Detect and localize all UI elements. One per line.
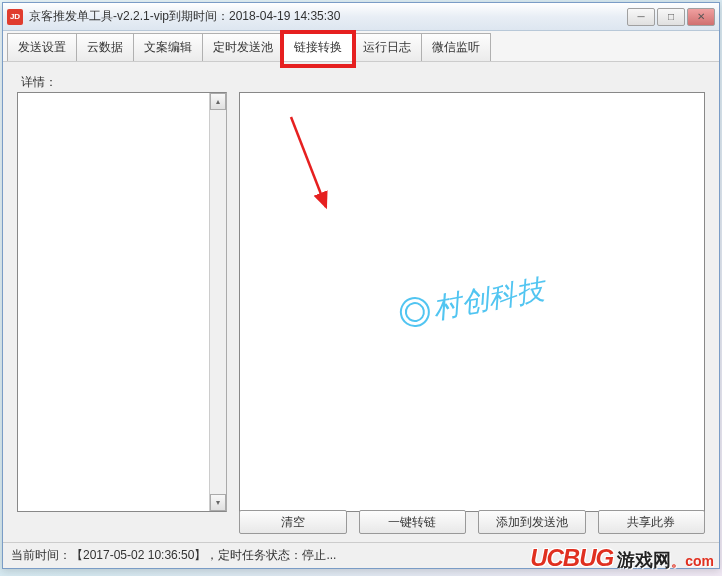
tab-link-convert-label: 链接转换	[294, 40, 342, 54]
convert-button[interactable]: 一键转链	[359, 510, 467, 534]
tab-schedule-pool[interactable]: 定时发送池	[202, 33, 284, 61]
main-text-panel[interactable]: 村创科技	[239, 92, 705, 512]
watermark-spiral-icon	[398, 295, 433, 330]
watermark-text: 村创科技	[430, 271, 547, 328]
site-cn-text: 游戏网	[617, 548, 671, 572]
window-title: 京客推发单工具-v2.2.1-vip到期时间：2018-04-19 14:35:…	[29, 8, 627, 25]
scrollbar[interactable]: ▴ ▾	[209, 93, 226, 511]
watermark: 村创科技	[397, 271, 547, 334]
scroll-up-icon[interactable]: ▴	[210, 93, 226, 110]
tab-send-settings[interactable]: 发送设置	[7, 33, 77, 61]
window-controls: ─ □ ✕	[627, 8, 715, 26]
app-icon: JD	[7, 9, 23, 25]
tab-link-convert[interactable]: 链接转换	[283, 33, 353, 61]
share-button[interactable]: 共享此券	[598, 510, 706, 534]
detail-list-panel[interactable]: ▴ ▾	[17, 92, 227, 512]
scroll-down-icon[interactable]: ▾	[210, 494, 226, 511]
clear-button[interactable]: 清空	[239, 510, 347, 534]
content-area: 详情： ▴ ▾ 村创科技 清空 一键	[3, 62, 719, 542]
add-pool-button[interactable]: 添加到发送池	[478, 510, 586, 534]
tab-bar: 发送设置 云数据 文案编辑 定时发送池 链接转换 运行日志 微信监听	[3, 31, 719, 62]
site-brand: UCBUG	[530, 544, 613, 572]
tab-copy-edit[interactable]: 文案编辑	[133, 33, 203, 61]
site-watermark: UCBUG 游戏网 。com	[530, 544, 714, 572]
close-button[interactable]: ✕	[687, 8, 715, 26]
site-com-text: 。com	[671, 553, 714, 571]
minimize-button[interactable]: ─	[627, 8, 655, 26]
tab-cloud-data[interactable]: 云数据	[76, 33, 134, 61]
maximize-button[interactable]: □	[657, 8, 685, 26]
action-buttons: 清空 一键转链 添加到发送池 共享此券	[239, 510, 705, 534]
status-text: 当前时间：【2017-05-02 10:36:50】，定时任务状态：停止...	[11, 548, 336, 562]
app-window: JD 京客推发单工具-v2.2.1-vip到期时间：2018-04-19 14:…	[2, 2, 720, 569]
tab-run-log[interactable]: 运行日志	[352, 33, 422, 61]
titlebar: JD 京客推发单工具-v2.2.1-vip到期时间：2018-04-19 14:…	[3, 3, 719, 31]
detail-label: 详情：	[21, 74, 57, 91]
tab-wechat-monitor[interactable]: 微信监听	[421, 33, 491, 61]
